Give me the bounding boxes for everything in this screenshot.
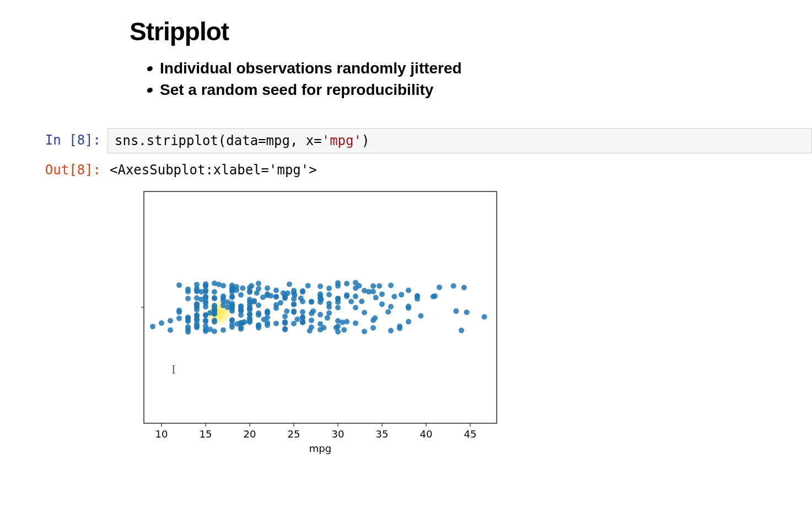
- data-point: [326, 286, 332, 291]
- data-point: [185, 317, 191, 322]
- data-point: [203, 323, 208, 329]
- data-point: [221, 328, 226, 333]
- data-point: [251, 299, 257, 304]
- data-point: [459, 328, 464, 333]
- data-point: [344, 281, 349, 286]
- data-point: [284, 308, 289, 314]
- data-point: [300, 319, 305, 324]
- data-point: [406, 304, 411, 310]
- data-point: [265, 286, 270, 291]
- data-point: [319, 297, 324, 302]
- data-point: [229, 317, 235, 323]
- output-cell: Out[8]: <AxesSubplot:xlabel='mpg'>: [0, 158, 812, 178]
- data-point: [292, 292, 298, 298]
- data-point: [335, 280, 341, 286]
- data-point: [291, 310, 297, 315]
- data-point: [212, 295, 217, 301]
- data-point: [247, 289, 252, 294]
- data-point: [282, 326, 288, 332]
- data-point: [273, 306, 279, 311]
- data-point: [321, 325, 326, 331]
- data-point: [287, 282, 292, 287]
- page-title: Stripplot: [130, 17, 812, 46]
- data-point: [372, 316, 378, 321]
- data-point: [212, 329, 217, 334]
- data-point: [362, 329, 367, 334]
- output-text: <AxesSubplot:xlabel='mpg'>: [107, 158, 317, 178]
- x-tick-label: 35: [376, 428, 389, 440]
- x-axis-label: mpg: [309, 443, 331, 454]
- data-point: [150, 324, 155, 329]
- data-point: [203, 299, 208, 304]
- code-input[interactable]: sns.stripplot(data=mpg, x='mpg'): [107, 128, 812, 153]
- data-point: [229, 295, 235, 300]
- data-point: [212, 318, 217, 323]
- data-point: [370, 289, 376, 295]
- x-tick-label: 15: [200, 428, 212, 440]
- data-point: [176, 310, 182, 315]
- code-token: sns.stripplot(data: [115, 133, 258, 148]
- data-point: [268, 293, 273, 299]
- stripplot-chart: 1015202530354045 mpg I: [141, 189, 516, 459]
- data-point: [373, 295, 379, 301]
- data-point: [265, 311, 270, 316]
- data-point: [229, 324, 235, 330]
- data-point: [310, 308, 316, 314]
- data-point: [273, 321, 279, 327]
- data-point: [377, 284, 382, 289]
- data-point: [461, 285, 467, 291]
- data-point: [240, 286, 245, 291]
- data-point: [238, 312, 244, 318]
- data-point: [300, 299, 305, 305]
- data-point: [415, 294, 420, 299]
- data-point: [326, 311, 332, 316]
- data-point: [285, 291, 291, 296]
- data-point: [451, 284, 456, 289]
- data-point: [203, 304, 208, 310]
- data-point: [344, 319, 349, 324]
- data-point: [256, 325, 261, 331]
- x-tick-label: 20: [244, 428, 256, 440]
- x-tick-label: 25: [288, 428, 300, 440]
- data-point: [325, 315, 330, 321]
- data-point: [309, 300, 314, 305]
- data-point: [399, 292, 404, 297]
- data-point: [185, 329, 191, 335]
- data-point: [335, 305, 341, 311]
- data-point: [437, 285, 442, 290]
- data-point: [273, 288, 279, 294]
- data-point: [388, 328, 394, 334]
- x-tick-label: 45: [464, 428, 477, 440]
- data-point: [353, 321, 358, 326]
- data-point: [453, 308, 459, 314]
- data-point: [256, 286, 261, 292]
- data-point: [300, 310, 305, 315]
- x-tick-label: 40: [420, 428, 433, 440]
- data-point: [432, 294, 438, 299]
- data-point: [309, 324, 314, 330]
- code-token: ): [362, 133, 369, 148]
- data-point: [464, 310, 470, 315]
- input-cell: In [8]: sns.stripplot(data=mpg, x='mpg'): [0, 128, 812, 153]
- data-point: [291, 321, 297, 327]
- data-point: [194, 323, 200, 329]
- data-point: [203, 287, 208, 293]
- data-point: [238, 326, 244, 332]
- data-point: [185, 324, 191, 330]
- data-point: [212, 289, 217, 295]
- output-prompt: Out[8]:: [0, 158, 107, 178]
- data-point: [278, 300, 283, 306]
- data-point: [335, 324, 341, 329]
- data-point: [176, 283, 182, 288]
- data-point: [388, 283, 394, 289]
- x-tick-label: 10: [155, 428, 168, 440]
- data-point: [391, 294, 397, 300]
- data-point: [221, 283, 226, 289]
- bullet-item: Set a random seed for reproducibility: [160, 79, 812, 100]
- data-point: [356, 283, 362, 289]
- data-point: [294, 317, 300, 322]
- data-point: [335, 329, 341, 335]
- data-point: [300, 289, 305, 295]
- data-point: [176, 316, 182, 321]
- data-point: [168, 318, 173, 324]
